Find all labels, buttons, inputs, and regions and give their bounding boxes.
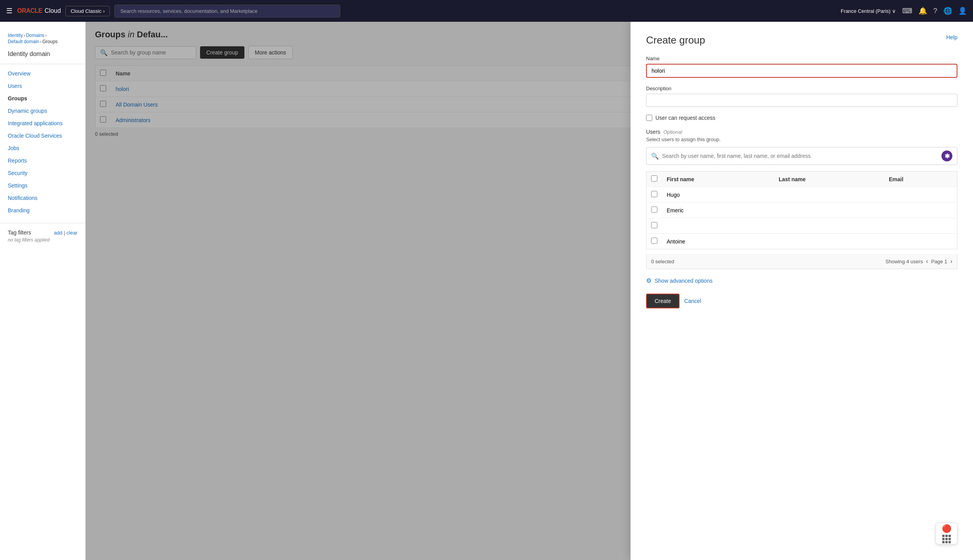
cancel-button[interactable]: Cancel <box>684 298 701 304</box>
user-last-name <box>774 203 884 218</box>
sidebar-item-overview[interactable]: Overview <box>0 67 85 80</box>
modal-title: Create group <box>646 34 705 46</box>
sidebar: Identity › Domains › Default domain › Gr… <box>0 22 86 560</box>
description-label: Description <box>646 86 957 91</box>
region-label: France Central (Paris) <box>841 8 890 14</box>
description-input[interactable] <box>646 94 957 107</box>
modal-overlay: Create group Help Name Description User … <box>86 22 973 560</box>
sidebar-item-groups[interactable]: Groups <box>0 92 85 105</box>
name-label: Name <box>646 56 957 61</box>
user-search-input[interactable] <box>662 153 938 159</box>
user-checkbox[interactable] <box>651 238 657 244</box>
pagination: Showing 4 users ‹ Page 1 › <box>885 258 952 265</box>
email-header: Email <box>884 172 957 187</box>
create-button[interactable]: Create <box>646 294 680 308</box>
user-last-name <box>774 218 884 234</box>
breadcrumb-sep-1: › <box>24 33 25 38</box>
tag-filter-sep: | <box>64 230 67 236</box>
sidebar-item-users[interactable]: Users <box>0 80 85 92</box>
prev-page-button[interactable]: ‹ <box>926 258 928 265</box>
cloud-wordmark: Cloud <box>45 7 61 14</box>
sidebar-item-integrated-apps[interactable]: Integrated applications <box>0 117 85 130</box>
user-request-label: User can request access <box>655 115 715 121</box>
help-link[interactable]: Help <box>946 34 957 40</box>
name-form-group: Name <box>646 56 957 78</box>
help-icon[interactable]: ? <box>933 7 937 15</box>
show-advanced-options-link[interactable]: ⚙ Show advanced options <box>646 277 957 284</box>
advanced-options-label: Show advanced options <box>655 278 713 284</box>
sidebar-item-branding[interactable]: Branding <box>0 204 85 217</box>
user-row: Antoine <box>646 234 957 249</box>
hamburger-icon[interactable]: ☰ <box>6 7 12 15</box>
bell-icon[interactable]: 🔔 <box>919 7 927 15</box>
users-section-title: Users Optional <box>646 129 957 135</box>
oracle-wordmark: ORACLE <box>17 7 42 14</box>
users-table-footer: 0 selected Showing 4 users ‹ Page 1 › <box>646 254 957 269</box>
users-section: Users Optional Select users to assign th… <box>646 129 957 269</box>
next-page-button[interactable]: › <box>950 258 952 265</box>
user-icon[interactable]: 👤 <box>958 7 967 15</box>
breadcrumb-default-domain[interactable]: Default domain <box>8 39 39 44</box>
tag-filter-links: add | clear <box>54 230 77 236</box>
user-first-name <box>662 218 774 234</box>
user-search-icon: 🔍 <box>651 152 659 160</box>
users-optional-label: Optional <box>663 129 682 135</box>
advanced-options-icon: ⚙ <box>646 277 652 284</box>
breadcrumb-domains[interactable]: Domains <box>26 33 44 38</box>
sidebar-item-oracle-cloud-services[interactable]: Oracle Cloud Services <box>0 130 85 142</box>
clear-tag-filter-link[interactable]: clear <box>67 230 77 236</box>
globe-icon[interactable]: 🌐 <box>943 7 952 15</box>
sidebar-item-notifications[interactable]: Notifications <box>0 192 85 204</box>
modal-header: Create group Help <box>646 34 957 46</box>
sidebar-item-dynamic-groups[interactable]: Dynamic groups <box>0 105 85 117</box>
user-checkbox[interactable] <box>651 222 657 228</box>
global-search[interactable]: Search resources, services, documentatio… <box>114 5 340 18</box>
select-all-users-checkbox[interactable] <box>651 175 657 182</box>
sidebar-title: Identity domain <box>0 51 85 64</box>
user-checkbox[interactable] <box>651 206 657 213</box>
sidebar-item-settings[interactable]: Settings <box>0 179 85 192</box>
user-search-box[interactable]: 🔍 ✱ <box>646 147 957 165</box>
breadcrumb: Identity › Domains › Default domain › Gr… <box>0 30 85 51</box>
tag-filters-section: Tag filters add | clear no tag filters a… <box>0 223 85 246</box>
create-group-modal: Create group Help Name Description User … <box>631 22 973 560</box>
oracle-logo: ORACLE Cloud <box>17 7 61 14</box>
add-tag-filter-link[interactable]: add <box>54 230 62 236</box>
cloud-classic-button[interactable]: Cloud Classic › <box>65 6 110 16</box>
user-request-access-group: User can request access <box>646 115 957 121</box>
user-last-name <box>774 234 884 249</box>
developer-icon[interactable]: ⌨ <box>902 7 912 15</box>
user-email <box>884 187 957 203</box>
user-first-name: Hugo <box>662 187 774 203</box>
breadcrumb-current: Groups <box>42 39 58 44</box>
sidebar-item-jobs[interactable]: Jobs <box>0 142 85 154</box>
user-last-name <box>774 187 884 203</box>
showing-users-label: Showing 4 users <box>885 259 923 264</box>
sidebar-item-security[interactable]: Security <box>0 167 85 179</box>
user-first-name: Antoine <box>662 234 774 249</box>
region-selector[interactable]: France Central (Paris) ∨ <box>841 8 896 14</box>
user-row: Emeric <box>646 203 957 218</box>
user-checkbox[interactable] <box>651 191 657 197</box>
breadcrumb-identity[interactable]: Identity <box>8 33 23 38</box>
user-first-name: Emeric <box>662 203 774 218</box>
content-area: Groups in Defau... 🔍 Create group More a… <box>86 22 973 560</box>
users-section-subtitle: Select users to assign this group. <box>646 136 957 142</box>
chevron-right-icon: › <box>103 8 105 14</box>
top-navigation: ☰ ORACLE Cloud Cloud Classic › Search re… <box>0 0 973 22</box>
user-email <box>884 203 957 218</box>
last-name-header: Last name <box>774 172 884 187</box>
user-request-checkbox[interactable] <box>646 115 652 121</box>
name-input[interactable] <box>646 64 957 78</box>
help-widget-icon: 🔴 <box>942 524 952 533</box>
users-table: First name Last name Email Hugo <box>646 171 957 249</box>
first-name-header: First name <box>662 172 774 187</box>
filter-asterisk-icon[interactable]: ✱ <box>941 150 952 161</box>
user-email <box>884 234 957 249</box>
users-selected-count: 0 selected <box>651 259 674 264</box>
help-widget[interactable]: 🔴 <box>936 523 957 544</box>
modal-footer: Create Cancel <box>646 294 957 308</box>
chevron-down-icon: ∨ <box>892 8 896 14</box>
cloud-classic-label: Cloud Classic <box>70 8 101 14</box>
sidebar-item-reports[interactable]: Reports <box>0 154 85 167</box>
